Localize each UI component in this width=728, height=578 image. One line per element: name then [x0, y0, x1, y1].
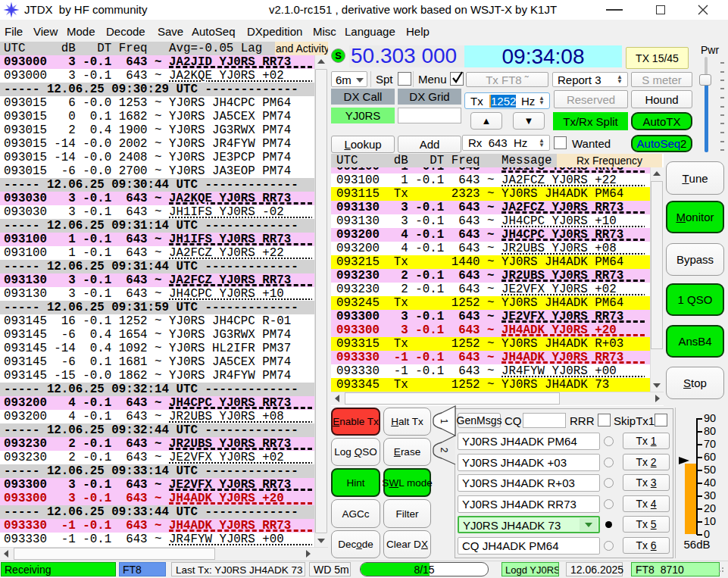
svg-text:1: 1: [439, 419, 449, 424]
svg-text:2: 2: [439, 448, 449, 453]
